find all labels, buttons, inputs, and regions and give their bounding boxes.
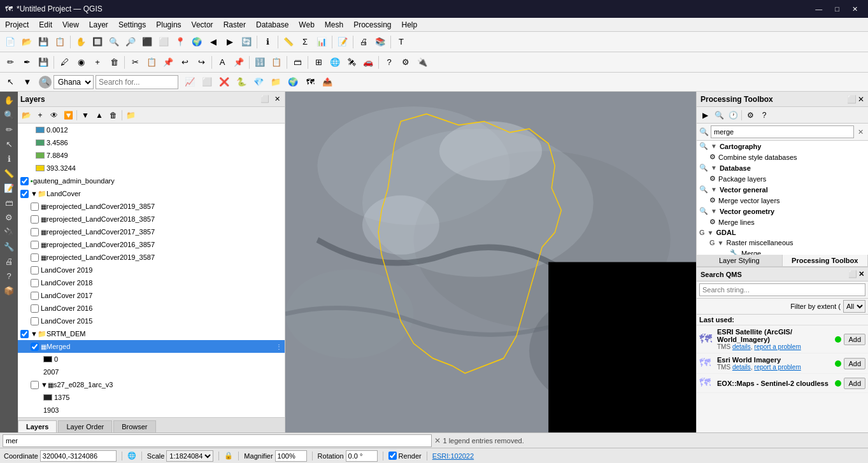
qms-close-button[interactable]: ✕ <box>858 270 864 278</box>
list-item[interactable]: 0 <box>18 353 285 366</box>
pt-item-merge-vector[interactable]: ⚙ Merge vector layers <box>697 195 868 206</box>
location-dropdown[interactable]: Ghana <box>53 75 94 89</box>
sidebar-layer[interactable]: 🗃 <box>2 196 16 210</box>
layer-filter-button[interactable]: 🔽 <box>62 109 75 122</box>
layer-checkbox[interactable] <box>31 241 39 249</box>
field-calc-button[interactable]: 🔢 <box>252 55 267 70</box>
open-project-button[interactable]: 📂 <box>19 34 34 50</box>
list-item[interactable]: ▦ reprojected_LandCover2019_3857 <box>18 200 285 213</box>
sat-button[interactable]: 🛰 <box>344 55 359 70</box>
sidebar-settings[interactable]: ⚙ <box>2 210 16 224</box>
processing-button[interactable]: ⚙ <box>398 55 413 70</box>
pan-to-selection-button[interactable]: 🔲 <box>90 34 105 50</box>
tab-processing-toolbox[interactable]: Processing Toolbox <box>783 255 869 266</box>
layer-expand-button[interactable]: ▼ <box>79 109 92 122</box>
menu-database[interactable]: Database <box>251 18 294 31</box>
pt-help-button[interactable]: ? <box>758 109 771 122</box>
layer-checkbox[interactable] <box>31 266 39 274</box>
list-item[interactable]: LandCover 2019 <box>18 264 285 276</box>
rotation-input[interactable] <box>346 450 378 462</box>
sidebar-measure[interactable]: 📏 <box>2 166 16 180</box>
save-as-button[interactable]: 📋 <box>52 34 68 50</box>
atlas-button[interactable]: 📚 <box>373 34 388 50</box>
plugins2-button[interactable]: 🔌 <box>415 55 430 70</box>
select-features-button[interactable]: ⬜ <box>199 75 215 90</box>
layer-visible-button[interactable]: 👁 <box>48 109 60 122</box>
export-button[interactable]: 📤 <box>320 75 335 90</box>
copy-button[interactable]: 📋 <box>144 55 159 70</box>
select-options-button[interactable]: ▼ <box>20 75 35 90</box>
tab-layer-styling[interactable]: Layer Styling <box>697 255 783 266</box>
road-button[interactable]: 🚗 <box>360 55 376 70</box>
sidebar-edit[interactable]: ✏ <box>2 122 16 136</box>
menu-mesh[interactable]: Mesh <box>320 18 348 31</box>
magnifier-input[interactable] <box>275 450 307 462</box>
zoom-last-button[interactable]: ◀ <box>206 34 221 50</box>
list-item[interactable]: 3.4586 <box>18 136 285 149</box>
tab-browser[interactable]: Browser <box>113 420 155 432</box>
pt-item-vector-geometry[interactable]: 🔍 ▼ Vector geometry <box>697 206 868 217</box>
list-item[interactable]: ▼ ▦ s27_e028_1arc_v3 <box>18 378 285 391</box>
text-annotation-button[interactable]: T <box>394 34 409 50</box>
layer-checkbox[interactable] <box>20 190 29 198</box>
pt-item-vector-general[interactable]: 🔍 ▼ Vector general <box>697 184 868 195</box>
pt-run-button[interactable]: ▶ <box>699 109 711 122</box>
digitize-button[interactable]: ✏ <box>3 55 18 70</box>
sidebar-processing[interactable]: 🔧 <box>2 239 16 253</box>
layer-checkbox[interactable] <box>31 381 39 389</box>
tab-layers[interactable]: Layers <box>18 420 57 432</box>
refresh-button[interactable]: 🔄 <box>239 34 254 50</box>
add-feature-button[interactable]: + <box>90 55 105 70</box>
sidebar-print[interactable]: 🖨 <box>2 254 16 268</box>
list-item[interactable]: LandCover 2018 <box>18 276 285 289</box>
layer-options-icon[interactable]: ⋮ <box>276 343 282 350</box>
zoom-layer-button[interactable]: 📍 <box>173 34 188 50</box>
list-item[interactable]: 1375 <box>18 391 285 404</box>
pt-item-cartography[interactable]: 🔍 ▼ Cartography <box>697 141 868 152</box>
list-item[interactable]: LandCover 2016 <box>18 302 285 315</box>
menu-vector[interactable]: Vector <box>187 18 218 31</box>
layer-checkbox[interactable] <box>31 253 39 262</box>
help-button[interactable]: ? <box>381 55 397 70</box>
pt-item-gdal[interactable]: G ▼ GDAL <box>697 227 868 238</box>
layers-button[interactable]: 🗺 <box>302 75 318 90</box>
zoom-next-button[interactable]: ▶ <box>222 34 238 50</box>
coordinate-input[interactable] <box>40 450 117 462</box>
node-tool-button[interactable]: ◉ <box>73 55 89 70</box>
zoom-in-button[interactable]: 🔍 <box>106 34 122 50</box>
layer-checkbox[interactable] <box>20 177 29 185</box>
annotation-button[interactable]: 📝 <box>335 34 350 50</box>
map-area[interactable] <box>285 92 696 432</box>
sidebar-help[interactable]: ? <box>2 269 16 283</box>
pt-item-database[interactable]: 🔍 ▼ Database <box>697 162 868 173</box>
pan-map-button[interactable]: ✋ <box>73 34 89 50</box>
list-item[interactable]: 7.8849 <box>18 149 285 162</box>
delete-feature-button[interactable]: 🗑 <box>106 55 122 70</box>
qms-report-link[interactable]: report a problem <box>754 364 800 371</box>
db-manager-button[interactable]: 🗃 <box>290 55 305 70</box>
layer-remove-button[interactable]: 🗑 <box>107 109 120 122</box>
list-item[interactable]: ▼ 📁 LandCover <box>18 187 285 200</box>
label-button[interactable]: A <box>215 55 230 70</box>
layer-checkbox[interactable] <box>31 317 39 325</box>
close-button[interactable]: ✕ <box>847 4 863 15</box>
list-item[interactable]: ▪ gauteng_admin_boundary <box>18 175 285 187</box>
folder2-button[interactable]: 📁 <box>268 75 283 90</box>
print-layout-button[interactable]: 🖨 <box>356 34 371 50</box>
scale-dropdown[interactable]: 1:1824084 <box>166 450 213 462</box>
open-layer-button[interactable]: 📂 <box>20 109 32 122</box>
sidebar-pan[interactable]: ✋ <box>2 93 16 107</box>
list-item[interactable]: ▼ 📁 SRTM_DEM <box>18 327 285 340</box>
zoom-rubber-button[interactable]: ⬛ <box>139 34 155 50</box>
paste-button[interactable]: 📌 <box>160 55 176 70</box>
layer-checkbox[interactable] <box>31 228 39 236</box>
measure-button[interactable]: 📏 <box>281 34 296 50</box>
georeferencer-button[interactable]: ⊞ <box>311 55 326 70</box>
search-input[interactable] <box>96 75 178 89</box>
ruby-button[interactable]: 💎 <box>251 75 266 90</box>
pt-item-merge[interactable]: 🔧 Merge <box>697 248 868 255</box>
sidebar-annotate[interactable]: 📝 <box>2 181 16 195</box>
menu-view[interactable]: View <box>57 18 84 31</box>
label-pin-button[interactable]: 📌 <box>231 55 246 70</box>
stats-button[interactable]: 📊 <box>314 34 329 50</box>
